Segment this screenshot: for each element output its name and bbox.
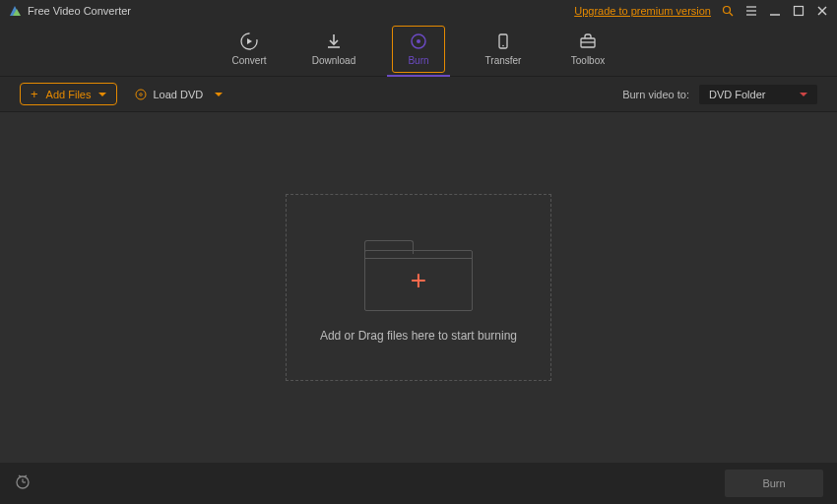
- toolbox-icon: [578, 32, 598, 51]
- subbar: + Add Files Load DVD Burn video to: DVD …: [0, 77, 837, 112]
- tab-download[interactable]: Download: [307, 26, 360, 73]
- transfer-icon: [493, 32, 513, 51]
- svg-point-22: [140, 93, 143, 95]
- titlebar-right: Upgrade to premium version: [574, 4, 829, 18]
- titlebar-left: Free Video Converter: [8, 4, 131, 18]
- main-tabs: Convert Download Burn Transfer Toolbox: [0, 22, 837, 77]
- dropzone[interactable]: + Add or Drag files here to start burnin…: [286, 194, 551, 381]
- chevron-down-icon: [98, 93, 106, 96]
- clock-icon[interactable]: [14, 472, 32, 494]
- burn-icon: [409, 32, 428, 51]
- tab-burn[interactable]: Burn: [392, 26, 445, 73]
- svg-rect-8: [795, 7, 804, 16]
- titlebar: Free Video Converter Upgrade to premium …: [0, 0, 837, 22]
- burn-to-label: Burn video to:: [622, 89, 689, 100]
- menu-icon[interactable]: [744, 4, 758, 18]
- burn-to-value: DVD Folder: [709, 89, 765, 100]
- content-area: + Add or Drag files here to start burnin…: [0, 112, 837, 463]
- tab-convert[interactable]: Convert: [223, 26, 276, 73]
- convert-icon: [239, 32, 259, 51]
- maximize-icon[interactable]: [792, 4, 805, 18]
- add-files-button[interactable]: + Add Files: [20, 83, 117, 105]
- chevron-down-icon: [800, 93, 807, 96]
- subbar-right: Burn video to: DVD Folder: [622, 85, 817, 104]
- load-dvd-button[interactable]: Load DVD: [135, 89, 223, 100]
- svg-line-27: [25, 475, 28, 477]
- burn-to-select[interactable]: DVD Folder: [699, 85, 817, 104]
- tab-toolbox-label: Toolbox: [571, 55, 605, 66]
- burn-button-label: Burn: [762, 477, 785, 489]
- folder-icon: +: [364, 232, 473, 311]
- dropzone-hint: Add or Drag files here to start burning: [320, 329, 517, 343]
- load-dvd-label: Load DVD: [153, 89, 203, 100]
- svg-line-3: [730, 13, 733, 16]
- subbar-left: + Add Files Load DVD: [20, 83, 223, 105]
- minimize-icon[interactable]: [768, 4, 782, 18]
- svg-point-16: [417, 39, 420, 43]
- tab-transfer[interactable]: Transfer: [477, 26, 530, 73]
- tab-burn-label: Burn: [408, 55, 428, 66]
- plus-icon: +: [411, 265, 426, 296]
- close-icon[interactable]: [815, 4, 829, 18]
- burn-button[interactable]: Burn: [725, 470, 823, 497]
- app-logo-icon: [8, 4, 22, 18]
- tab-download-label: Download: [312, 55, 355, 66]
- disc-icon: [135, 89, 147, 100]
- download-icon: [324, 32, 344, 51]
- tab-transfer-label: Transfer: [485, 55, 522, 66]
- search-icon[interactable]: [721, 4, 735, 18]
- svg-line-26: [19, 475, 22, 477]
- plus-icon: +: [31, 88, 38, 100]
- bottombar: Burn: [0, 463, 837, 504]
- chevron-down-icon: [215, 93, 223, 96]
- svg-point-21: [136, 90, 146, 99]
- tab-toolbox[interactable]: Toolbox: [561, 26, 614, 73]
- add-files-label: Add Files: [46, 89, 92, 100]
- svg-marker-12: [247, 38, 252, 44]
- app-title: Free Video Converter: [28, 5, 131, 17]
- upgrade-link[interactable]: Upgrade to premium version: [574, 5, 711, 17]
- svg-point-18: [502, 45, 504, 47]
- tab-convert-label: Convert: [231, 55, 266, 66]
- svg-point-2: [724, 7, 731, 14]
